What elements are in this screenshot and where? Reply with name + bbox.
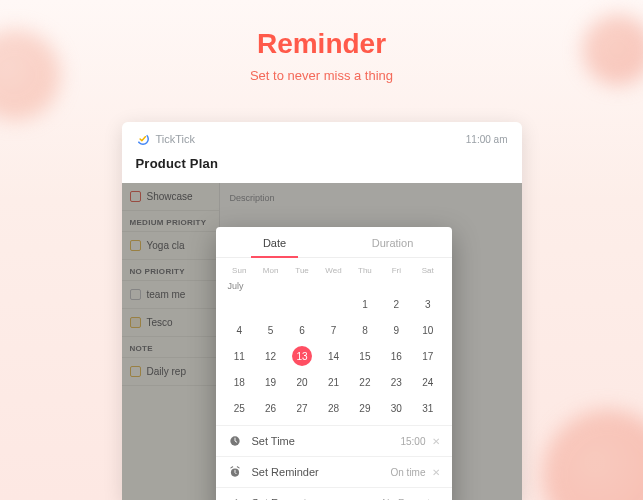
tab-duration[interactable]: Duration: [334, 227, 452, 257]
dow-label: Tue: [286, 264, 317, 277]
reminder-card: TickTick 11:00 am Product Plan ShowcaseM…: [122, 122, 522, 500]
date-popup: Date Duration SunMonTueWedThuFriSat July…: [216, 227, 452, 500]
calendar-day[interactable]: 19: [255, 371, 286, 393]
app-logo: TickTick: [136, 132, 196, 146]
calendar-day[interactable]: 2: [381, 293, 412, 315]
calendar-day[interactable]: 30: [381, 397, 412, 419]
calendar-day[interactable]: 24: [412, 371, 443, 393]
calendar-day[interactable]: 20: [286, 371, 317, 393]
calendar-day[interactable]: 9: [381, 319, 412, 341]
ticktick-icon: [136, 132, 150, 146]
calendar-day[interactable]: 3: [412, 293, 443, 315]
calendar-day[interactable]: 13: [286, 345, 317, 367]
calendar-day[interactable]: 7: [318, 319, 349, 341]
calendar-day[interactable]: 23: [381, 371, 412, 393]
calendar-day[interactable]: 22: [349, 371, 380, 393]
card-title: Product Plan: [136, 156, 508, 171]
dow-label: Mon: [255, 264, 286, 277]
alarm-icon: [228, 465, 242, 479]
calendar-day[interactable]: 27: [286, 397, 317, 419]
clear-reminder-icon[interactable]: ✕: [432, 467, 440, 478]
calendar-day[interactable]: 31: [412, 397, 443, 419]
calendar-day[interactable]: 5: [255, 319, 286, 341]
set-time-label: Set Time: [252, 435, 401, 447]
calendar-day[interactable]: 29: [349, 397, 380, 419]
tab-date[interactable]: Date: [216, 227, 334, 257]
card-time: 11:00 am: [466, 134, 508, 145]
card-header: TickTick 11:00 am Product Plan: [122, 122, 522, 183]
calendar-day[interactable]: 8: [349, 319, 380, 341]
month-label: July: [216, 277, 452, 293]
app-body: ShowcaseMEDIUM PRIORITYYoga claNO PRIORI…: [122, 183, 522, 500]
set-repeat-row[interactable]: Set Repeat No Repeat ›: [216, 487, 452, 500]
dow-label: Fri: [381, 264, 412, 277]
repeat-icon: [228, 496, 242, 500]
calendar-day[interactable]: 11: [224, 345, 255, 367]
calendar-day[interactable]: 21: [318, 371, 349, 393]
calendar-day[interactable]: 16: [381, 345, 412, 367]
calendar-day[interactable]: 28: [318, 397, 349, 419]
calendar-day[interactable]: 26: [255, 397, 286, 419]
calendar-day[interactable]: 14: [318, 345, 349, 367]
clear-time-icon[interactable]: ✕: [432, 436, 440, 447]
calendar-day[interactable]: 12: [255, 345, 286, 367]
calendar-day[interactable]: 17: [412, 345, 443, 367]
set-reminder-label: Set Reminder: [252, 466, 391, 478]
calendar-day[interactable]: 6: [286, 319, 317, 341]
dow-label: Sun: [224, 264, 255, 277]
dow-label: Sat: [412, 264, 443, 277]
calendar-day[interactable]: 4: [224, 319, 255, 341]
set-reminder-value: On time: [390, 467, 425, 478]
set-time-row[interactable]: Set Time 15:00 ✕: [216, 425, 452, 456]
clock-icon: [228, 434, 242, 448]
dow-label: Thu: [349, 264, 380, 277]
app-name: TickTick: [156, 133, 196, 145]
calendar-day[interactable]: 18: [224, 371, 255, 393]
set-reminder-row[interactable]: Set Reminder On time ✕: [216, 456, 452, 487]
dow-label: Wed: [318, 264, 349, 277]
calendar-day[interactable]: 10: [412, 319, 443, 341]
set-time-value: 15:00: [400, 436, 425, 447]
page-subtitle: Set to never miss a thing: [0, 68, 643, 83]
calendar-day[interactable]: 1: [349, 293, 380, 315]
calendar-day[interactable]: 15: [349, 345, 380, 367]
calendar-day[interactable]: 25: [224, 397, 255, 419]
page-title: Reminder: [0, 0, 643, 60]
